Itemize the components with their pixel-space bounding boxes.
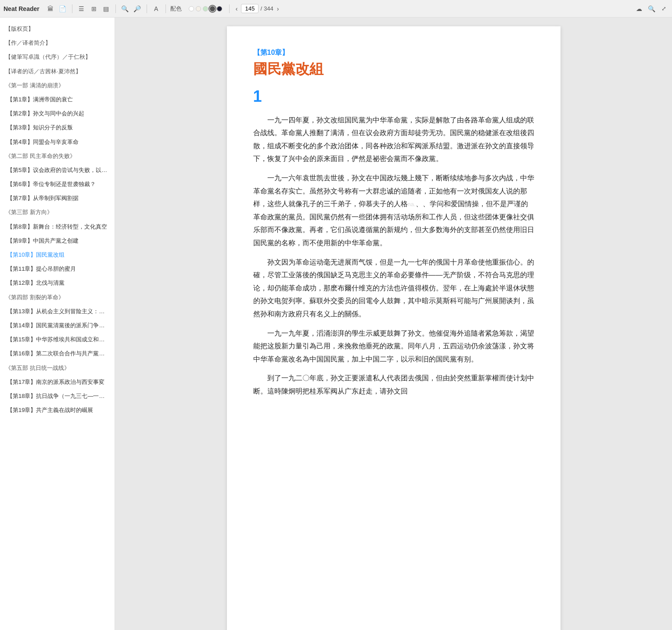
paragraph-1: 一九一四年夏，孙文改组国民黨为中华革命黨，实际是解散了由各路革命黨人组成的联合战…	[253, 114, 534, 165]
sidebar-item-ch6[interactable]: 【第6章】帝位专制还是世袭独裁？	[0, 177, 115, 191]
divider-1	[72, 4, 72, 13]
font-icon[interactable]: A	[151, 4, 161, 14]
sidebar-item-ch11[interactable]: 【第11章】提心吊胆的蜜月	[0, 262, 115, 276]
page-next-button[interactable]: ›	[275, 4, 281, 13]
page-total: 344	[264, 5, 273, 12]
app-name: Neat Reader	[4, 5, 40, 12]
sidebar-item-ch18[interactable]: 【第18章】抗日战争（一九三七—一九四五）	[0, 389, 115, 403]
sidebar-item-part5[interactable]: 《第五部 抗日统一战线》	[0, 361, 115, 375]
fullscreen-icon[interactable]: ⤢	[659, 4, 668, 14]
paragraph-5: 到了一九二〇年底，孙文正要派遣私人代表团去俄国，但由於突然重新掌權而使计划中断。…	[253, 372, 534, 397]
sidebar-item-author[interactable]: 【作／译者简介】	[0, 36, 115, 50]
color-label: 配色	[170, 5, 182, 13]
divider-5	[229, 4, 230, 13]
sidebar-item-ch15[interactable]: 【第15章】中华苏维埃共和国成立和毛泽东崛起	[0, 333, 115, 347]
sidebar-item-part3[interactable]: 《第三部 新方向》	[0, 205, 115, 219]
section-number: 1	[253, 87, 534, 106]
sidebar-item-ch17[interactable]: 【第17章】南京的派系政治与西安事変	[0, 375, 115, 389]
chapter-label: 【第10章】	[253, 48, 534, 57]
color-beige[interactable]	[196, 6, 201, 11]
sidebar-item-part2[interactable]: 《第二部 民主革命的失败》	[0, 149, 115, 163]
app-brand: Neat Reader	[4, 5, 40, 12]
list-icon[interactable]: ▤	[101, 4, 111, 14]
reader-area: 【第10章】 國民黨改組 1 一九一四年夏，孙文改组国民黨为中华革命黨，实际是解…	[115, 18, 672, 630]
library-icon[interactable]: 🏛	[46, 4, 55, 14]
sidebar-item-ch2[interactable]: 【第2章】孙文与同中会的兴起	[0, 107, 115, 121]
color-options	[189, 6, 222, 11]
color-white[interactable]	[189, 6, 194, 11]
toolbar: Neat Reader 🏛 📄 ☰ ⊞ ▤ 🔍 🔎 A 配色 ‹ / 344 ›…	[0, 0, 672, 18]
sidebar-item-ch12[interactable]: 【第12章】北伐与清黨	[0, 276, 115, 290]
search2-icon[interactable]: 🔎	[133, 4, 142, 14]
sidebar-item-cover[interactable]: 【版权页】	[0, 22, 115, 36]
divider-4	[165, 4, 166, 13]
sidebar-item-preface1[interactable]: 【健筆写卓識（代序）／于仁秋】	[0, 50, 115, 64]
sidebar-item-ch14[interactable]: 【第14章】国民黨清黨後的派系门争（一九二...	[0, 319, 115, 333]
paragraph-3: 孙文因为革命运动毫无进展而气馁，但是一九一七年的俄国十月革命使他重振信心。的確，…	[253, 256, 534, 321]
color-dark[interactable]	[210, 6, 215, 11]
page-content: 【第10章】 國民黨改組 1 一九一四年夏，孙文改组国民黨为中华革命黨，实际是解…	[227, 26, 561, 630]
divider-3	[147, 4, 147, 13]
page-current-input[interactable]	[241, 4, 259, 13]
sidebar-item-ch1[interactable]: 【第1章】满洲帝国的衰亡	[0, 93, 115, 107]
paragraph-4: 一九一九年夏，滔涌澎湃的學生示威更鼓舞了孙文。他催促海外追隨者紧急筹款，渴望能把…	[253, 327, 534, 366]
chapter-title: 國民黨改組	[253, 60, 534, 79]
chapter-label-text: 【第10章】	[253, 49, 289, 56]
search-right-icon[interactable]: 🔍	[647, 4, 656, 14]
watermark: na.	[408, 201, 416, 208]
search-icon[interactable]: 🔍	[120, 4, 130, 14]
sidebar-item-ch10[interactable]: 【第10章】国民黨改组	[0, 248, 115, 262]
sidebar-item-ch16[interactable]: 【第16章】第二次联合合作与共产黨长征	[0, 347, 115, 361]
cloud-icon[interactable]: ☁	[634, 4, 644, 14]
sidebar-item-ch8[interactable]: 【第8章】新舞台：经济转型，文化真空	[0, 220, 115, 234]
page-separator: /	[260, 5, 262, 12]
main-area: 【版权页】【作／译者简介】【健筆写卓識（代序）／于仁秋】【译者的话／古茜林·夏沛…	[0, 18, 672, 630]
page-prev-button[interactable]: ‹	[234, 4, 240, 13]
paragraphs-container: 一九一四年夏，孙文改组国民黨为中华革命黨，实际是解散了由各路革命黨人组成的联合战…	[253, 114, 534, 398]
book-icon[interactable]: 📄	[58, 4, 68, 14]
page-nav: ‹ / 344 ›	[234, 4, 281, 13]
divider-2	[115, 4, 116, 13]
sidebar-item-ch3[interactable]: 【第3章】知识分子的反叛	[0, 121, 115, 135]
menu-icon[interactable]: ☰	[77, 4, 86, 14]
color-green[interactable]	[203, 6, 208, 11]
sidebar-item-part1[interactable]: 《第一部 满清的崩溃》	[0, 79, 115, 93]
sidebar-item-ch13[interactable]: 【第13章】从机会主义到冒险主义：中国共共...	[0, 304, 115, 319]
color-night[interactable]	[217, 6, 222, 11]
toolbar-right: ☁ 🔍 ⤢	[634, 4, 668, 14]
sidebar-item-ch5[interactable]: 【第5章】议会政府的尝试与失败，以及国民黨...	[0, 163, 115, 177]
sidebar-item-preface2[interactable]: 【译者的话／古茜林·夏沛然】	[0, 64, 115, 79]
sidebar-item-part4[interactable]: 《第四部 割裂的革命》	[0, 290, 115, 304]
grid-icon[interactable]: ⊞	[89, 4, 99, 14]
sidebar-item-ch4[interactable]: 【第4章】同盟会与辛亥革命	[0, 135, 115, 149]
sidebar-item-ch7[interactable]: 【第7章】从帝制到军阀割据	[0, 191, 115, 205]
sidebar-item-ch19[interactable]: 【第19章】共产主義在战时的崛展	[0, 403, 115, 417]
sidebar: 【版权页】【作／译者简介】【健筆写卓識（代序）／于仁秋】【译者的话／古茜林·夏沛…	[0, 18, 115, 630]
paragraph-2: 一九一六年袁世凯去世後，孙文在中国政坛幾上幾下，断断续续地参与多次内战，中华革命…	[253, 172, 534, 250]
sidebar-item-ch9[interactable]: 【第9章】中国共产黨之创建	[0, 234, 115, 248]
